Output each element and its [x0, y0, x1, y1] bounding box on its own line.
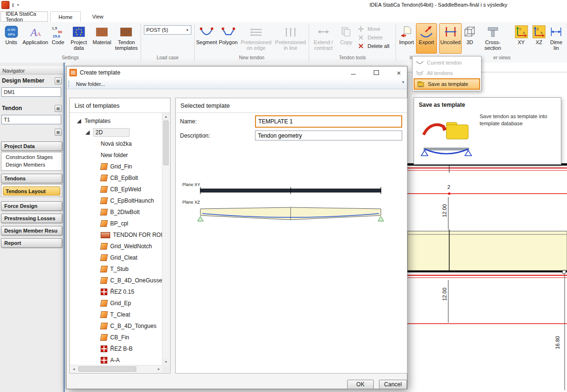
- template-preview: Plane XY Plane XZ: [176, 181, 407, 238]
- template-icon: [100, 197, 108, 204]
- tree-item-t-cleat[interactable]: T_Cleat: [70, 309, 162, 320]
- tree-item-c-b-4d-tongues[interactable]: C_B_4D_Tongues: [70, 320, 162, 332]
- scrollbar-thumb[interactable]: [163, 121, 169, 165]
- tree-item-grid-cleat[interactable]: Grid_Cleat: [70, 252, 162, 263]
- code-button[interactable]: 1,59025.8 Code: [49, 23, 67, 54]
- tree-item-label: ŘEZ 0.15: [110, 289, 134, 295]
- tree-item-tendon-for-rob[interactable]: TENDON FOR ROB: [70, 229, 162, 241]
- dialog-title: Create template: [80, 69, 120, 76]
- move-button: Move: [356, 25, 395, 33]
- pretensioned-in-line-button: Pretensioned in line: [274, 23, 308, 54]
- project-data-button[interactable]: Project data: [67, 23, 91, 54]
- tree-item-2d[interactable]: 2D: [70, 127, 162, 138]
- scroll-down-icon[interactable]: ▼: [162, 358, 170, 365]
- units-button[interactable]: m kNMPa Units: [1, 23, 22, 54]
- nav-design-members-item[interactable]: Design Members: [1, 161, 62, 168]
- tree-item-templates[interactable]: Templates: [70, 115, 162, 127]
- design-member-select[interactable]: DM1: [1, 87, 61, 97]
- minimize-button[interactable]: [349, 68, 358, 77]
- cross-section-button[interactable]: Cross-section: [478, 23, 508, 54]
- nav-force-design-button[interactable]: Force Design: [1, 201, 62, 211]
- view-xy-button[interactable]: YX XY: [512, 23, 530, 54]
- cross-section-icon: [485, 25, 501, 39]
- close-icon[interactable]: ×: [395, 68, 403, 77]
- scroll-left-icon[interactable]: ◄: [70, 367, 77, 371]
- new-folder-button[interactable]: New folder...: [73, 80, 108, 88]
- nav-tendons-layout-item[interactable]: Tendons Layout: [3, 187, 60, 196]
- tree-item-ez-b-b[interactable]: ŘEZ B-B: [70, 343, 162, 355]
- tree-item-cb-epweld[interactable]: CB_EpWeld: [70, 184, 162, 195]
- tree-item-ez-0-15[interactable]: ŘEZ 0.15: [70, 286, 162, 298]
- material-button[interactable]: Material: [91, 23, 113, 54]
- view-splitter[interactable]: [64, 63, 65, 392]
- ok-button[interactable]: OK: [347, 380, 374, 389]
- view-xz-button[interactable]: ZX XZ: [530, 23, 548, 54]
- tendon-select[interactable]: T1: [1, 115, 61, 124]
- tree-item-grid-weldnotch[interactable]: Grid_WeldNotch: [70, 241, 162, 252]
- tree-item-cb-epbolt[interactable]: CB_EpBolt: [70, 172, 162, 184]
- tree-item-label: CB_EpWeld: [110, 186, 141, 193]
- tree-item-label: ŘEZ B-B: [110, 345, 132, 352]
- polygon-button[interactable]: Polygon: [217, 23, 239, 54]
- scroll-up-icon[interactable]: ▲: [162, 113, 170, 120]
- menu-item-label: All tendons: [427, 70, 453, 76]
- design-member-menu-button[interactable]: ▦: [55, 77, 62, 84]
- pin-icon[interactable]: ‖: [12, 2, 14, 8]
- export-button[interactable]: Export: [416, 23, 437, 54]
- cancel-button[interactable]: Cancel: [379, 380, 407, 389]
- dialog-titlebar[interactable]: Create template ×: [66, 66, 407, 79]
- tree-item-new-folder[interactable]: New folder: [70, 149, 162, 161]
- template-icon: [100, 243, 108, 250]
- app-icon[interactable]: [1, 1, 9, 9]
- tree-item-nov-slo-ka[interactable]: Nová složka: [70, 138, 162, 149]
- tab-view[interactable]: View: [84, 11, 112, 22]
- toolbar-grip[interactable]: [68, 81, 71, 87]
- tree-item-b-2dlwbolt[interactable]: B_2DlwBolt: [70, 206, 162, 218]
- segment-button[interactable]: Segment: [196, 23, 217, 54]
- tab-home[interactable]: Home: [50, 11, 81, 22]
- tab-app-menu[interactable]: IDEA StatiCa Tendon: [0, 11, 48, 22]
- tendon-settings-button[interactable]: ▦: [55, 129, 62, 136]
- tree-vertical-scrollbar[interactable]: ▲ ▼: [162, 113, 170, 365]
- toolbar-overflow-icon[interactable]: ▼: [401, 80, 405, 84]
- tree-item-grid-ep[interactable]: Grid_Ep: [70, 298, 162, 309]
- nav-tendons-button[interactable]: Tendons: [1, 174, 62, 183]
- tree-expander-icon[interactable]: [85, 131, 90, 135]
- tree-item-grid-fin[interactable]: Grid_Fin: [70, 161, 162, 172]
- maximize-button[interactable]: [372, 68, 380, 77]
- delete-all-button[interactable]: Delete all: [356, 42, 395, 50]
- svg-text:A: A: [37, 30, 41, 37]
- tree-item-c-b-4d-onegusse[interactable]: C_B_4D_OneGusse: [70, 275, 162, 286]
- nav-design-member-results-button[interactable]: Design Member Resu: [1, 226, 62, 235]
- nav-prestressing-losses-button[interactable]: Prestressing Losses: [1, 214, 62, 223]
- tree-item-cb-fin[interactable]: CB_Fin: [70, 332, 162, 343]
- tendon-menu-button[interactable]: ▦: [55, 105, 62, 112]
- 3d-button[interactable]: 3D: [462, 23, 478, 54]
- tree-expander-icon[interactable]: [77, 119, 81, 123]
- uncoiled-button[interactable]: Uncoiled: [439, 23, 462, 54]
- group-label-new-tendon: New tendon: [195, 55, 309, 61]
- group-label-load-case: Load case: [141, 55, 194, 61]
- template-name-input[interactable]: [255, 115, 402, 128]
- tree-item-bp-cpl[interactable]: BP_cpl: [70, 218, 162, 229]
- tree-item-a-a[interactable]: A-A: [70, 355, 162, 365]
- import-button[interactable]: Import: [397, 23, 416, 54]
- load-case-select[interactable]: POST (5) ▼: [144, 25, 191, 35]
- scroll-right-icon[interactable]: ►: [155, 367, 162, 371]
- segment-icon: [199, 25, 214, 39]
- menu-item-save-as-template[interactable]: Save as template: [414, 78, 480, 90]
- tree-item-label: Grid_Cleat: [110, 254, 137, 261]
- tree-horizontal-scrollbar[interactable]: ◄ ►: [70, 365, 162, 373]
- qat-dropdown-icon[interactable]: ▼: [17, 3, 20, 7]
- tendon-templates-button[interactable]: Tendon templates: [113, 23, 140, 54]
- scrollbar-thumb[interactable]: [78, 366, 136, 372]
- nav-construction-stages-item[interactable]: Construction Stages: [1, 153, 62, 161]
- extend-contract-icon: [316, 25, 331, 39]
- template-description-input[interactable]: [255, 131, 402, 140]
- dimension-lines-button[interactable]: Dime lin: [548, 23, 565, 54]
- application-button[interactable]: AA Application: [22, 23, 49, 54]
- nav-project-data-button[interactable]: Project Data: [1, 141, 62, 151]
- nav-report-button[interactable]: Report: [1, 238, 62, 248]
- tree-item-c-epbolthaunch[interactable]: C_EpBoltHaunch: [70, 195, 162, 206]
- tree-item-t-stub[interactable]: T_Stub: [70, 263, 162, 275]
